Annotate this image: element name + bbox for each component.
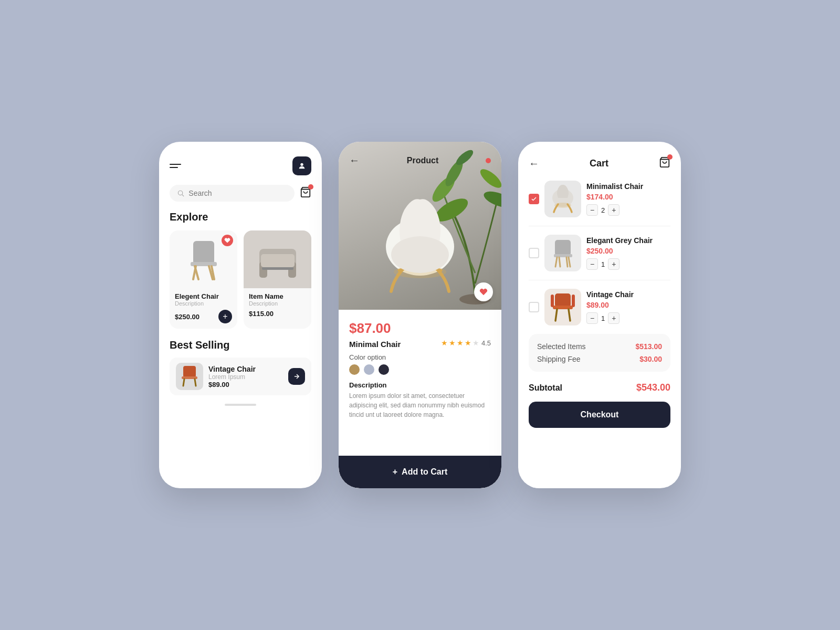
phone-cart: ← Cart Minimalist Cha xyxy=(518,142,681,488)
qty-decrease-3[interactable]: − xyxy=(586,312,598,324)
subtotal-label: Subtotal xyxy=(529,383,562,393)
card-1-add-button[interactable]: + xyxy=(218,310,232,323)
color-dot-3[interactable] xyxy=(379,364,389,375)
qty-decrease-2[interactable]: − xyxy=(586,258,598,270)
cart-badge xyxy=(308,184,313,190)
header-cart-button[interactable] xyxy=(300,186,311,200)
cart-checkbox-3[interactable] xyxy=(529,302,539,312)
heart-badge-1[interactable] xyxy=(222,235,233,246)
add-to-cart-label: Add to Cart xyxy=(402,467,447,477)
svg-line-36 xyxy=(569,257,570,267)
cart-item-2-qty: − 1 + xyxy=(586,258,670,270)
description-section: Description Lorem ipsum dolor sit amet, … xyxy=(349,381,491,419)
shipping-fee-label: Shipping Fee xyxy=(537,355,581,363)
qty-number-1: 2 xyxy=(601,206,605,214)
subtotal-value: $543.00 xyxy=(636,382,670,393)
card-1-image xyxy=(170,230,237,288)
cart-item-3-price: $89.00 xyxy=(586,301,670,309)
minimal-chair-hero xyxy=(373,194,467,299)
card-2-price: $115.00 xyxy=(249,310,274,318)
product-heart-button[interactable] xyxy=(474,282,493,301)
selected-items-value: $513.00 xyxy=(635,342,662,351)
selected-items-label: Selected Items xyxy=(537,342,586,351)
product-header-bar: ← Product xyxy=(339,154,501,166)
product-name: Minimal Chair xyxy=(349,340,401,349)
grey-chair-illustration xyxy=(180,233,227,286)
scroll-indicator xyxy=(170,404,311,406)
user-avatar-button[interactable] xyxy=(292,156,311,175)
search-input[interactable] xyxy=(188,189,287,197)
stars: ★ ★ ★ ★ ★ xyxy=(441,339,479,347)
cart-divider-2 xyxy=(529,280,670,280)
sofa-illustration xyxy=(257,233,299,286)
best-item-price: $89.00 xyxy=(208,381,283,388)
svg-line-37 xyxy=(559,257,560,267)
card-1-footer: $250.00 + xyxy=(175,310,232,323)
phone-product: ← Product $87.00 Minimal Chair ★ ★ ★ ★ xyxy=(339,142,501,488)
cart-item-1-info: Minimalist Chair $174.00 − 2 + xyxy=(586,182,670,216)
best-item-1[interactable]: Vintage Chair Lorem Ipsum $89.00 xyxy=(170,358,311,395)
svg-rect-33 xyxy=(555,240,571,256)
scroll-bar xyxy=(225,404,256,406)
checkout-button[interactable]: Checkout xyxy=(529,402,670,428)
svg-point-1 xyxy=(178,191,182,195)
cart-item-1-price: $174.00 xyxy=(586,193,670,201)
best-selling-title: Best Selling xyxy=(170,339,311,351)
search-box[interactable] xyxy=(170,185,295,202)
svg-point-0 xyxy=(300,163,303,166)
plus-icon: + xyxy=(393,467,397,477)
best-item-arrow-button[interactable] xyxy=(288,368,305,385)
best-item-info: Vintage Chair Lorem Ipsum $89.00 xyxy=(208,365,283,388)
shipping-fee-value: $30.00 xyxy=(639,355,662,363)
description-label: Description xyxy=(349,381,491,389)
color-options xyxy=(349,364,491,375)
cart-item-1-image xyxy=(544,181,581,217)
qty-decrease-1[interactable]: − xyxy=(586,204,598,216)
cart-item-2-image xyxy=(544,235,581,271)
cart-item-3-qty: − 1 + xyxy=(586,312,670,324)
card-2-footer: $115.00 xyxy=(249,310,306,318)
phone-browse: Explore xyxy=(159,142,322,488)
qty-number-2: 1 xyxy=(601,260,605,268)
shipping-fee-row: Shipping Fee $30.00 xyxy=(537,355,662,363)
cart-checkbox-1[interactable] xyxy=(529,194,539,204)
svg-rect-40 xyxy=(553,306,573,309)
card-2-name: Item Name xyxy=(249,292,306,300)
svg-rect-39 xyxy=(555,293,571,307)
description-text: Lorem ipsum dolor sit amet, consectetuer… xyxy=(349,391,491,419)
cart-divider-1 xyxy=(529,226,670,226)
subtotal-row: Subtotal $543.00 xyxy=(529,380,670,393)
cart-item-3-info: Vintage Chair $89.00 − 1 + xyxy=(586,290,670,324)
browse-header xyxy=(170,156,311,175)
explore-card-1[interactable]: Elegent Chair Description $250.00 + xyxy=(170,230,237,329)
svg-point-29 xyxy=(391,236,449,273)
color-dot-2[interactable] xyxy=(364,364,374,375)
notification-dot xyxy=(486,158,491,163)
vintage-chair-cart xyxy=(549,291,578,323)
product-hero: ← Product xyxy=(339,142,501,310)
best-item-image xyxy=(176,363,203,390)
qty-increase-1[interactable]: + xyxy=(608,204,620,216)
product-back-button[interactable]: ← xyxy=(349,154,360,166)
hamburger-icon[interactable] xyxy=(170,164,181,168)
explore-grid: Elegent Chair Description $250.00 + xyxy=(170,230,311,329)
explore-card-2[interactable]: Item Name Description $115.00 xyxy=(244,230,311,329)
cart-item-3: Vintage Chair $89.00 − 1 + xyxy=(529,289,670,326)
cart-item-2-price: $250.00 xyxy=(586,247,670,255)
add-to-cart-button[interactable]: + Add to Cart xyxy=(339,456,501,488)
svg-rect-15 xyxy=(183,366,196,377)
cart-checkbox-2[interactable] xyxy=(529,248,539,258)
cart-header-cart[interactable] xyxy=(659,156,670,170)
cart-back-button[interactable]: ← xyxy=(529,158,539,170)
svg-point-25 xyxy=(477,166,501,191)
card-2-info: Item Name Description $115.00 xyxy=(244,288,311,323)
color-dot-1[interactable] xyxy=(349,364,360,375)
product-title: Product xyxy=(407,156,438,165)
cart-item-2-name: Elegant Grey Chair xyxy=(586,236,670,245)
qty-increase-3[interactable]: + xyxy=(608,312,620,324)
qty-increase-2[interactable]: + xyxy=(608,258,620,270)
svg-line-18 xyxy=(195,379,196,386)
svg-line-42 xyxy=(569,309,570,321)
best-item-subtitle: Lorem Ipsum xyxy=(208,373,283,381)
svg-line-2 xyxy=(182,195,184,196)
